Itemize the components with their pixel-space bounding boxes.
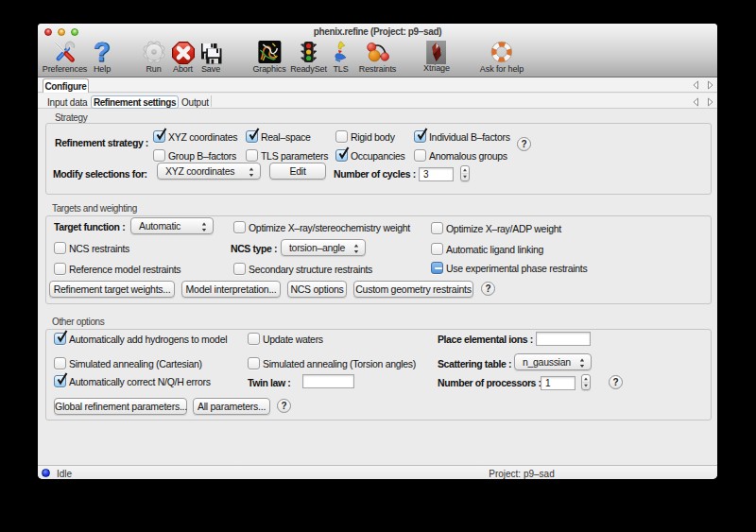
- svg-text:?: ?: [94, 41, 110, 65]
